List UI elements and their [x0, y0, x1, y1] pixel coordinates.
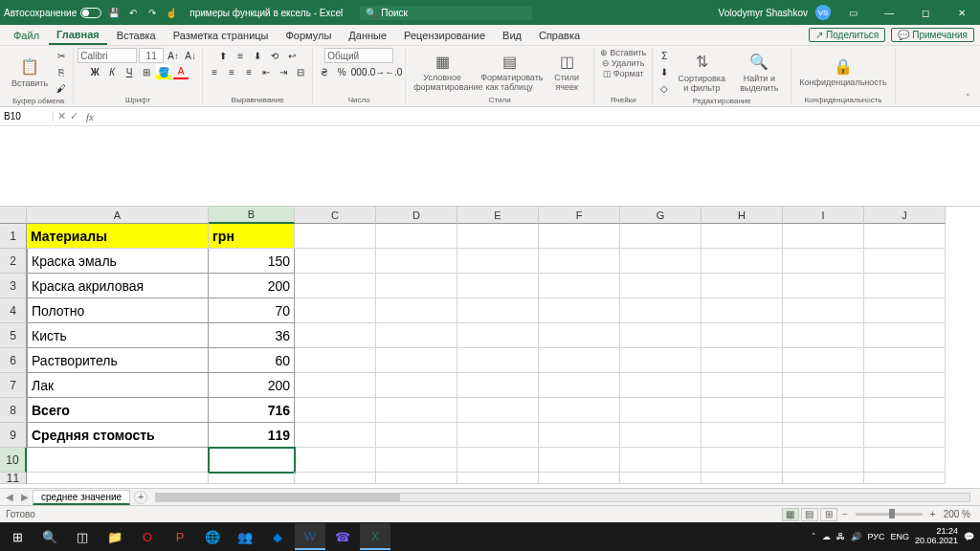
notifications-icon[interactable]: 💬	[964, 532, 974, 541]
tab-view[interactable]: Вид	[495, 27, 529, 44]
column-header[interactable]: A	[27, 207, 209, 224]
cell[interactable]: Полотно	[27, 298, 209, 323]
fill-color-icon[interactable]: 🪣	[156, 64, 171, 79]
merge-icon[interactable]: ⊟	[293, 64, 308, 79]
cell[interactable]	[539, 473, 620, 484]
paste-button[interactable]: 📋 Вставить	[8, 55, 52, 90]
bold-button[interactable]: Ж	[87, 64, 102, 79]
currency-icon[interactable]: ₴	[317, 64, 332, 79]
italic-button[interactable]: К	[104, 64, 120, 79]
cell[interactable]: 60	[209, 348, 295, 373]
username[interactable]: Volodymyr Shashkov	[719, 8, 808, 18]
cell[interactable]: 119	[209, 423, 295, 448]
autosave-toggle[interactable]: Автосохранение	[4, 8, 101, 18]
cell[interactable]	[620, 448, 702, 473]
fx-icon[interactable]: fx	[82, 111, 98, 122]
cell[interactable]: 150	[209, 249, 295, 274]
increase-indent-icon[interactable]: ⇥	[276, 64, 291, 79]
normal-view-icon[interactable]: ▦	[782, 508, 799, 521]
cell[interactable]	[620, 323, 702, 348]
comments-button[interactable]: 💬Примечания	[891, 28, 974, 42]
tab-file[interactable]: Файл	[6, 27, 47, 44]
number-format-select[interactable]: Общий	[324, 48, 393, 63]
word-icon[interactable]: W	[295, 523, 325, 550]
cell[interactable]	[620, 249, 702, 274]
cell[interactable]	[783, 274, 864, 298]
cell[interactable]	[209, 448, 295, 473]
excel-taskbar-icon[interactable]: X	[360, 523, 390, 550]
cell[interactable]	[620, 473, 702, 484]
wrap-text-icon[interactable]: ↩	[284, 48, 300, 63]
cell[interactable]	[27, 473, 209, 484]
column-header[interactable]: D	[376, 207, 457, 224]
cell[interactable]	[376, 274, 457, 298]
start-button[interactable]: ⊞	[2, 523, 33, 550]
cell[interactable]: 200	[209, 274, 295, 298]
cell[interactable]	[783, 348, 864, 373]
input-lang[interactable]: РУС	[867, 532, 884, 541]
cell[interactable]	[783, 373, 864, 398]
cell[interactable]	[457, 323, 539, 348]
row-header[interactable]: 1	[0, 224, 27, 249]
column-header[interactable]: H	[702, 207, 783, 224]
cell[interactable]	[783, 473, 864, 484]
cell[interactable]	[702, 398, 783, 423]
cell[interactable]: Материалы	[27, 224, 209, 249]
fill-icon[interactable]: ⬇	[657, 64, 672, 79]
tab-review[interactable]: Рецензирование	[396, 27, 493, 44]
autosum-icon[interactable]: Σ	[657, 48, 672, 63]
cell[interactable]	[295, 249, 376, 274]
cell[interactable]	[539, 298, 620, 323]
align-center-icon[interactable]: ≡	[224, 64, 239, 79]
cell[interactable]	[702, 224, 783, 249]
cell[interactable]	[702, 274, 783, 298]
cell[interactable]	[295, 323, 376, 348]
cell[interactable]	[864, 448, 946, 473]
tab-data[interactable]: Данные	[341, 27, 394, 44]
cell[interactable]	[620, 224, 702, 249]
font-name-select[interactable]: Calibri	[78, 48, 137, 63]
cell[interactable]	[457, 423, 539, 448]
cell[interactable]	[457, 298, 539, 323]
cell[interactable]	[209, 473, 295, 484]
cell[interactable]	[295, 274, 376, 298]
decrease-font-icon[interactable]: A↓	[183, 48, 198, 63]
cell[interactable]	[295, 348, 376, 373]
decrease-indent-icon[interactable]: ⇤	[258, 64, 274, 79]
cell[interactable]	[702, 373, 783, 398]
cell[interactable]	[457, 274, 539, 298]
format-cells-button[interactable]: ◫Формат	[601, 69, 646, 78]
tab-layout[interactable]: Разметка страницы	[166, 27, 277, 44]
cell[interactable]	[457, 473, 539, 484]
viber-icon[interactable]: ☎	[327, 523, 358, 550]
cell[interactable]	[457, 373, 539, 398]
sheet-nav-next-icon[interactable]: ▶	[17, 492, 33, 502]
cut-icon[interactable]: ✂	[54, 48, 69, 63]
cell[interactable]: 716	[209, 398, 295, 423]
cell[interactable]	[864, 298, 946, 323]
sheet-tab[interactable]: среднее значение	[33, 490, 130, 505]
row-header[interactable]: 11	[0, 473, 27, 484]
cell[interactable]: грн	[209, 224, 295, 249]
tab-home[interactable]: Главная	[49, 26, 107, 45]
column-header[interactable]: B	[209, 207, 295, 224]
explorer-icon[interactable]: 📁	[100, 523, 130, 550]
system-tray[interactable]: ˄ ☁ 🖧 🔊 РУС ENG 21:24 20.06.2021 💬	[808, 527, 978, 546]
increase-font-icon[interactable]: A↑	[166, 48, 181, 63]
increase-decimal-icon[interactable]: .0→	[368, 64, 384, 79]
tab-insert[interactable]: Вставка	[109, 27, 164, 44]
cell[interactable]	[457, 249, 539, 274]
search-box[interactable]: 🔍 Поиск	[360, 6, 532, 20]
share-button[interactable]: ↗Поделиться	[809, 28, 885, 42]
cell[interactable]	[864, 274, 946, 298]
tab-help[interactable]: Справка	[531, 27, 588, 44]
teams-icon[interactable]: 👥	[230, 523, 260, 550]
border-icon[interactable]: ⊞	[139, 64, 154, 79]
cell[interactable]	[376, 323, 457, 348]
cell[interactable]	[783, 398, 864, 423]
network-icon[interactable]: 🖧	[836, 532, 845, 541]
minimize-icon[interactable]: —	[875, 8, 903, 18]
cell[interactable]	[539, 249, 620, 274]
align-top-icon[interactable]: ⬆	[215, 48, 231, 63]
cell[interactable]	[783, 448, 864, 473]
